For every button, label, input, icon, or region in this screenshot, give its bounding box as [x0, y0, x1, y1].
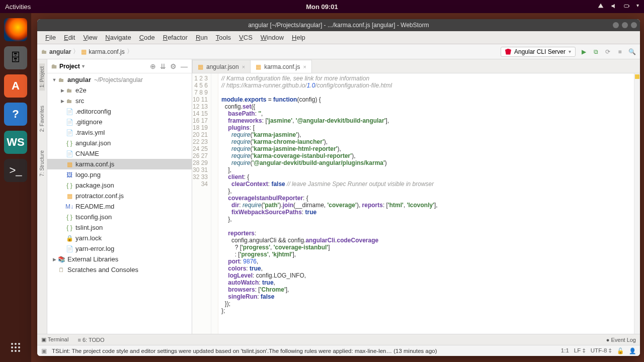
- terminal-tab[interactable]: ▣ Terminal: [41, 336, 68, 343]
- code-editor[interactable]: // Karma configuration file, see link fo…: [218, 73, 634, 334]
- editor-tabs: ▦angular.json×▦karma.conf.js×: [192, 59, 640, 73]
- menu-edit[interactable]: Edit: [60, 34, 79, 41]
- window-close-icon[interactable]: [631, 22, 637, 28]
- folder-icon: 🖿: [51, 63, 57, 70]
- breadcrumb-file[interactable]: karma.conf.js: [89, 48, 124, 55]
- menu-code[interactable]: Code: [135, 34, 159, 41]
- hide-icon[interactable]: —: [181, 62, 188, 70]
- menu-vcs[interactable]: VCS: [235, 34, 257, 41]
- menu-help[interactable]: Help: [288, 34, 309, 41]
- tree-item[interactable]: 📄.editorconfig: [47, 106, 192, 117]
- close-icon[interactable]: ×: [303, 64, 306, 70]
- volume-icon[interactable]: [610, 3, 617, 11]
- activities-label[interactable]: Activities: [5, 3, 31, 11]
- tree-item[interactable]: { }package.json: [47, 180, 192, 191]
- dock-store-icon[interactable]: A: [4, 74, 27, 98]
- status-toggle-icon[interactable]: ▣: [41, 347, 47, 354]
- ubuntu-top-bar: Activities Mon 09:01 ▾: [0, 0, 644, 13]
- collapse-icon[interactable]: ⇊: [160, 62, 166, 70]
- project-tree[interactable]: ▼🖿angular~/Projects/angular▶🖿e2e▶🖿src📄.e…: [47, 73, 192, 334]
- tree-item[interactable]: ▦protractor.conf.js: [47, 191, 192, 201]
- breadcrumb-root[interactable]: angular: [49, 48, 71, 55]
- menu-file[interactable]: File: [41, 34, 60, 41]
- status-message: TSLint: The project code style and edito…: [52, 348, 437, 354]
- dock-terminal-icon[interactable]: >_: [4, 159, 27, 182]
- menu-refactor[interactable]: Refactor: [159, 34, 192, 41]
- dock-files-icon[interactable]: 🗄: [4, 46, 27, 69]
- event-log-tab[interactable]: ● Event Log: [606, 337, 636, 343]
- file-encoding[interactable]: UTF-8 ‡: [591, 347, 612, 354]
- menu-view[interactable]: View: [79, 34, 101, 41]
- tree-item[interactable]: 📄CNAME: [47, 148, 192, 159]
- tree-item[interactable]: M↓README.md: [47, 201, 192, 212]
- gear-icon[interactable]: ⚙: [170, 62, 177, 70]
- debug-button[interactable]: ⧉: [592, 48, 600, 56]
- toolbar: 🖿 angular 〉 ▦ karma.conf.js 〉 Angular CL…: [37, 44, 640, 59]
- todo-tab[interactable]: ≡ 6: TODO: [77, 337, 104, 343]
- menu-navigate[interactable]: Navigate: [101, 34, 135, 41]
- editor-tab[interactable]: ▦angular.json×: [192, 60, 251, 73]
- chevron-down-icon[interactable]: ▾: [636, 3, 639, 11]
- folder-icon: 🖿: [41, 48, 47, 55]
- tree-item[interactable]: { }tslint.json: [47, 222, 192, 233]
- tree-item[interactable]: { }angular.json: [47, 138, 192, 148]
- readonly-icon[interactable]: 🔓: [617, 347, 624, 354]
- locate-icon[interactable]: ⊕: [150, 62, 156, 70]
- tool-tab-favorites[interactable]: 2: Favorites: [39, 103, 45, 135]
- file-icon: ▦: [198, 63, 203, 70]
- run-button[interactable]: ▶: [580, 48, 588, 56]
- menu-tools[interactable]: Tools: [212, 34, 235, 41]
- tree-item[interactable]: 🖼logo.png: [47, 169, 192, 180]
- battery-icon[interactable]: [623, 3, 630, 11]
- tree-item[interactable]: ▦karma.conf.js: [47, 159, 192, 169]
- window-minimize-icon[interactable]: [613, 22, 619, 28]
- error-stripe[interactable]: [634, 73, 640, 334]
- bottom-tool-tabs: ▣ Terminal ≡ 6: TODO ● Event Log: [37, 334, 640, 345]
- tool-tab-structure[interactable]: 7: Structure: [39, 147, 45, 179]
- menu-window[interactable]: Window: [257, 34, 288, 41]
- project-tool-window: 🖿 Project ▾ ⊕ ⇊ ⚙ — ▼🖿angular~/Projects/…: [47, 59, 192, 334]
- dock-apps-grid-icon[interactable]: [11, 343, 20, 352]
- tree-item[interactable]: ▶🖿src: [47, 96, 192, 106]
- close-icon[interactable]: ×: [242, 64, 245, 70]
- menu-run[interactable]: Run: [192, 34, 212, 41]
- run-config-selector[interactable]: Angular CLI Server ▾: [501, 47, 576, 57]
- dock-firefox-icon[interactable]: [4, 18, 27, 41]
- tree-item[interactable]: { }tsconfig.json: [47, 212, 192, 222]
- stop-button[interactable]: ■: [616, 48, 624, 56]
- warning-marker[interactable]: [635, 74, 639, 79]
- tree-item[interactable]: ▼🖿angular~/Projects/angular: [47, 74, 192, 85]
- network-icon[interactable]: [597, 3, 604, 11]
- chevron-right-icon: 〉: [73, 47, 79, 56]
- dock-help-icon[interactable]: ?: [4, 103, 27, 126]
- window-title: angular [~/Projects/angular] - .../karma…: [248, 22, 429, 29]
- fold-gutter[interactable]: [211, 73, 218, 334]
- window-maximize-icon[interactable]: [622, 22, 628, 28]
- breadcrumb[interactable]: 🖿 angular 〉 ▦ karma.conf.js 〉: [41, 47, 133, 56]
- dock-webstorm-icon[interactable]: WS: [4, 131, 27, 154]
- search-icon[interactable]: 🔍: [628, 48, 636, 56]
- tree-item[interactable]: 🗒Scratches and Consoles: [47, 264, 192, 275]
- editor-area: ▦angular.json×▦karma.conf.js× 1 2 3 4 5 …: [192, 59, 640, 334]
- ubuntu-dock: 🗄 A ? WS >_: [0, 13, 31, 362]
- editor-tab[interactable]: ▦karma.conf.js×: [250, 60, 312, 73]
- webstorm-window: angular [~/Projects/angular] - .../karma…: [37, 19, 640, 356]
- tool-tab-project[interactable]: 1: Project: [39, 63, 45, 90]
- tree-item[interactable]: 📄yarn-error.log: [47, 243, 192, 254]
- js-file-icon: ▦: [81, 48, 87, 55]
- line-numbers: 1 2 3 4 5 6 7 8 9 10 11 12 13 14 15 16 1…: [192, 73, 211, 334]
- coverage-button[interactable]: ⟳: [604, 48, 612, 56]
- tree-item[interactable]: ▶🖿e2e: [47, 85, 192, 96]
- tree-item[interactable]: 🔒yarn.lock: [47, 233, 192, 243]
- window-titlebar[interactable]: angular [~/Projects/angular] - .../karma…: [37, 19, 640, 31]
- line-separator[interactable]: LF ‡: [574, 347, 586, 354]
- project-panel-title[interactable]: 🖿 Project ▾: [51, 63, 85, 70]
- tree-item[interactable]: 📄.gitignore: [47, 117, 192, 127]
- clock[interactable]: Mon 09:01: [306, 3, 338, 11]
- left-tool-gutter: 1: Project2: Favorites7: Structure: [37, 59, 47, 334]
- status-bar: ▣ TSLint: The project code style and edi…: [37, 345, 640, 356]
- tree-item[interactable]: 📄.travis.yml: [47, 127, 192, 138]
- caret-position[interactable]: 1:1: [561, 347, 569, 354]
- tree-item[interactable]: ▶📚External Libraries: [47, 254, 192, 264]
- inspection-icon[interactable]: 👤: [629, 347, 636, 354]
